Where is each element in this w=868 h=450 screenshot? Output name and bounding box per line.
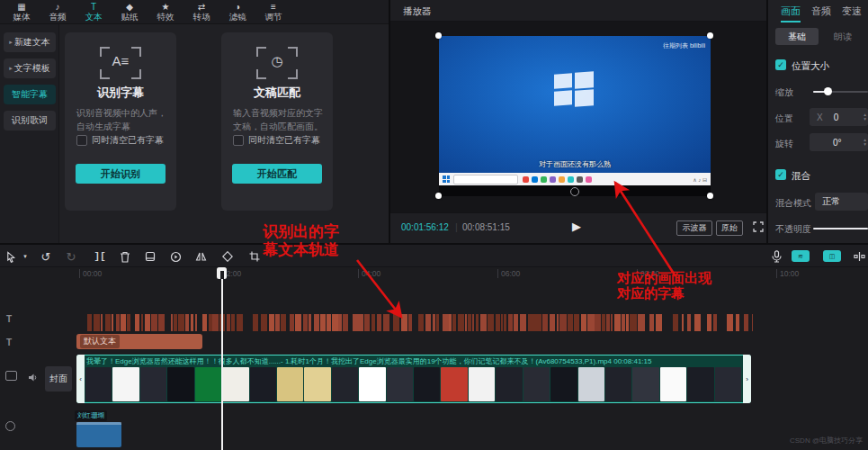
video-clip-title: 我晕了！Edge浏览器居然还能这样用！！很多人都不知道......- 1.耗时1… [86,356,741,366]
scope-button[interactable]: 示波器 [676,220,712,236]
clear-existing-checkbox[interactable]: 同时清空已有字幕 [233,134,320,147]
subtitle-segment [191,314,193,331]
sidebar-item-lyrics-recognition[interactable]: 识别歌词 [4,111,56,130]
start-match-button[interactable]: 开始匹配 [232,164,322,184]
clip-thumbnail [387,367,413,401]
tab-picture[interactable]: 画面 [781,4,801,18]
stepper-icons[interactable]: ▴▾ [864,112,866,122]
tab-adjust[interactable]: ≡调节 [255,2,291,22]
subtitle-text-track[interactable] [87,314,753,331]
position-size-checkbox[interactable]: ✓ [775,59,786,70]
subtab-read-aloud[interactable]: 朗读 [824,28,862,45]
clear-existing-checkbox[interactable]: 同时清空已有字幕 [76,134,164,147]
media-tab-icon: ▦ [17,2,25,12]
tab-speed[interactable]: 变速 [842,4,862,18]
subtitle-segment [520,314,526,331]
reverse-icon[interactable] [167,248,183,265]
rotation-input[interactable]: 0° ▴▾ [810,133,868,151]
timeline-ruler[interactable]: 00:0002:0004:0006:0008:0010:00 [0,267,868,281]
position-x-input[interactable]: X 0 ▴▾ [810,108,868,126]
mirror-icon[interactable] [192,248,209,265]
tab-text[interactable]: T文本 [76,2,112,22]
stepper-icons[interactable]: ▴▾ [864,138,866,147]
subtitle-segment [656,314,662,331]
player-controls: 00:01:56:12 | 00:08:51:15 ▶ 示波器 原始 [390,212,766,243]
subtitle-segment [626,314,630,331]
main-track-magnet-toggle[interactable]: ≋ [792,250,810,262]
redo-icon[interactable]: ↻ [63,248,79,265]
selection-handle[interactable] [435,32,442,39]
subtitle-segment [185,314,189,331]
clip-thumbnail [222,367,248,401]
sidebar-item-smart-caption[interactable]: 智能字幕 [4,85,56,104]
chevron-down-icon[interactable]: ▾ [17,248,33,265]
video-logo-circle [570,187,579,196]
sidebar-item-text-template[interactable]: ▸文字模板 [4,58,56,78]
subtitle-segment [227,314,231,331]
chevron-right-icon: ▸ [9,39,13,46]
undo-icon[interactable]: ↺ [38,248,54,265]
trim-handle-left[interactable]: ‹ [76,355,85,403]
cover-button[interactable]: 封面 [45,366,72,392]
split-icon[interactable]: ][ [92,248,108,265]
text-track-icon: T [6,314,12,324]
subtitle-segment [736,314,739,331]
tab-audio[interactable]: 音频 [811,4,831,18]
auto-snap-toggle[interactable]: ◫ [823,250,841,262]
subtitle-segment [371,314,376,331]
sidebar-item-new-text[interactable]: ▸新建文本 [4,32,56,52]
trim-handle-right[interactable]: › [743,355,751,403]
audio-clip[interactable] [76,422,121,447]
rotate-icon[interactable] [219,248,236,265]
checkbox-icon[interactable] [233,135,244,146]
video-track-icon [5,371,17,381]
subtitle-segment [557,314,559,331]
tab-audio[interactable]: ♪音频 [40,2,76,22]
link-toggle-icon[interactable] [851,248,867,265]
playhead-handle[interactable] [217,267,227,279]
subtitle-segment [303,314,308,331]
text-tab-icon: T [91,2,96,12]
tab-media[interactable]: ▦媒体 [4,2,40,22]
opacity-slider[interactable] [813,228,868,230]
original-quality-button[interactable]: 原始 [716,220,743,236]
scale-slider-knob[interactable] [824,87,832,95]
tab-sticker[interactable]: ◆贴纸 [112,2,148,22]
subtitle-segment [542,314,548,331]
subtitle-segment [606,314,610,331]
subtitle-segment [231,314,235,331]
delete-icon[interactable] [117,248,133,265]
fullscreen-icon[interactable] [750,219,766,235]
subtitle-segment [514,314,518,331]
selection-handle[interactable] [707,32,713,39]
tab-effects[interactable]: ★特效 [148,2,183,22]
default-text-clip[interactable]: 默认文本 [76,334,202,349]
tab-transition[interactable]: ⇄转场 [183,2,219,22]
subtitle-segment [309,314,311,331]
subtab-basic[interactable]: 基础 [775,28,819,45]
playhead-line[interactable] [221,267,223,450]
clip-thumbnail [140,367,166,401]
card-desc: 输入音视频对应的文字文稿，自动匹配画面。 [233,106,323,133]
ruler-label: 04:00 [358,269,380,278]
crop-icon[interactable] [246,248,263,265]
subtitle-segment [87,314,92,331]
checkbox-icon[interactable] [76,135,87,146]
blend-mode-dropdown[interactable]: 正常 [815,193,868,211]
tab-filter[interactable]: ◑滤镜 [219,2,255,22]
sidebar: ▸新建文本▸文字模板智能字幕识别歌词 [0,24,59,243]
freeze-frame-icon[interactable] [142,248,158,265]
blend-checkbox[interactable]: ✓ [775,169,786,180]
subtitle-segment [338,314,341,331]
windows-logo-icon [554,72,594,106]
mute-track-icon[interactable] [24,369,40,385]
subtitle-segment [496,314,500,331]
play-button[interactable]: ▶ [572,220,581,233]
record-voiceover-icon[interactable] [768,248,784,265]
start-recognize-button[interactable]: 开始识别 [76,164,166,184]
selection-handle[interactable] [707,193,713,199]
subtitle-segment [443,314,448,331]
video-clip[interactable]: ‹ › 我晕了！Edge浏览器居然还能这样用！！很多人都不知道......- 1… [76,355,751,403]
video-preview[interactable]: 往期列表 bilibili 对于画面还没有那么熟 ∧ ♪ ⊟ [439,36,711,196]
selection-handle[interactable] [435,193,442,199]
